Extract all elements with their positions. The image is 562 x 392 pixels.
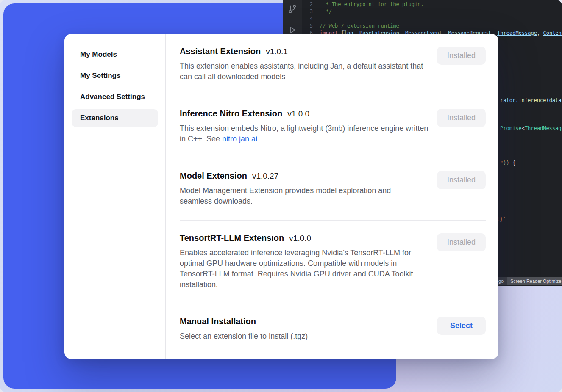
code-token: rator. bbox=[500, 97, 518, 103]
extension-version: v1.0.0 bbox=[287, 109, 309, 118]
extension-title: Inference Nitro Extension bbox=[180, 109, 282, 118]
code-token: // Web / extension runtime bbox=[320, 23, 399, 29]
code-token: ( bbox=[546, 97, 549, 103]
code-token: ThreadMessage bbox=[525, 125, 562, 131]
code-token: inference bbox=[518, 97, 546, 103]
code-line: 3 */ bbox=[302, 8, 562, 15]
line-number: 3 bbox=[302, 8, 320, 15]
installed-button-inference-nitro-extension[interactable]: Installed bbox=[437, 109, 486, 127]
installed-button-model-extension[interactable]: Installed bbox=[437, 171, 486, 189]
extension-title-row: TensortRT-LLM Extensionv1.0.0 bbox=[180, 233, 430, 243]
extension-text: Model Extensionv1.0.27Model Management E… bbox=[180, 171, 411, 207]
code-fragment: Promise<ThreadMessage> bbox=[500, 125, 562, 131]
code-fragment: ")) { bbox=[500, 160, 515, 166]
nitro-jan-ai-link[interactable]: nitro.jan.ai. bbox=[222, 135, 259, 143]
extension-title: Assistant Extension bbox=[180, 47, 261, 56]
line-number: 5 bbox=[302, 22, 320, 30]
description-text: This extension embeds Nitro, a lightweig… bbox=[180, 124, 428, 143]
installed-button-tensorrt-llm-extension[interactable]: Installed bbox=[437, 233, 486, 251]
code-text: // Web / extension runtime bbox=[320, 22, 399, 30]
extension-text: Manual InstallationSelect an extension f… bbox=[180, 317, 308, 342]
extension-description: This extension embeds Nitro, a lightweig… bbox=[180, 123, 430, 144]
extension-version: v1.0.27 bbox=[252, 171, 278, 180]
settings-modal: My ModelsMy SettingsAdvanced SettingsExt… bbox=[64, 34, 498, 359]
code-token: , bbox=[537, 30, 543, 36]
code-fragment: rator.inference(data)); bbox=[500, 97, 562, 103]
code-token: { bbox=[509, 160, 515, 166]
code-token: ContentType bbox=[543, 30, 562, 36]
code-token: data bbox=[549, 97, 562, 103]
screenshot-root: 2 * The entrypoint for the plugin.3 */45… bbox=[0, 0, 562, 392]
code-line: 5// Web / extension runtime bbox=[302, 22, 562, 30]
run-debug-icon[interactable] bbox=[288, 25, 297, 35]
extension-title-row: Inference Nitro Extensionv1.0.0 bbox=[180, 109, 430, 119]
extension-title: Model Extension bbox=[180, 171, 247, 180]
extension-section-model-extension: Model Extensionv1.0.27Model Management E… bbox=[180, 158, 486, 221]
code-token: < bbox=[522, 125, 525, 131]
source-control-icon[interactable] bbox=[288, 4, 297, 14]
code-token: * The entrypoint for the plugin. bbox=[320, 1, 424, 7]
description-text: Select an extension file to install (.tg… bbox=[180, 332, 308, 340]
code-line: 2 * The entrypoint for the plugin. bbox=[302, 1, 562, 8]
extension-description: Enables accelerated inference leveraging… bbox=[180, 248, 430, 290]
extension-text: Inference Nitro Extensionv1.0.0This exte… bbox=[180, 109, 430, 144]
extension-list: Assistant Extensionv1.0.1This extension … bbox=[166, 34, 498, 359]
code-token: ")) bbox=[500, 160, 509, 166]
extension-version: v1.0.1 bbox=[266, 47, 288, 56]
sidebar-item-extensions[interactable]: Extensions bbox=[72, 109, 158, 127]
extension-description: This extension enables assistants, inclu… bbox=[180, 61, 430, 82]
description-text: This extension enables assistants, inclu… bbox=[180, 62, 423, 81]
code-line: 4 bbox=[302, 15, 562, 22]
line-number: 2 bbox=[302, 1, 320, 8]
select-button-manual-installation[interactable]: Select bbox=[437, 317, 486, 335]
description-text: Model Management Extension provides mode… bbox=[180, 186, 391, 205]
extension-description: Model Management Extension provides mode… bbox=[180, 185, 411, 207]
code-token: */ bbox=[320, 8, 332, 14]
extension-title: Manual Installation bbox=[180, 317, 256, 326]
extension-title: TensortRT-LLM Extension bbox=[180, 233, 284, 243]
description-text: Enables accelerated inference leveraging… bbox=[180, 248, 413, 289]
code-text: * The entrypoint for the plugin. bbox=[320, 1, 424, 8]
code-token: ThreadMessage bbox=[497, 30, 537, 36]
installed-button-assistant-extension[interactable]: Installed bbox=[437, 47, 486, 65]
extension-title-row: Manual Installation bbox=[180, 317, 308, 326]
status-bar-item-screen-reader[interactable]: Screen Reader Optimize bbox=[507, 277, 562, 285]
extension-version: v1.0.0 bbox=[289, 234, 311, 243]
extension-title-row: Assistant Extensionv1.0.1 bbox=[180, 47, 430, 56]
extension-description: Select an extension file to install (.tg… bbox=[180, 331, 308, 342]
extension-text: Assistant Extensionv1.0.1This extension … bbox=[180, 47, 430, 82]
extension-section-tensorrt-llm-extension: TensortRT-LLM Extensionv1.0.0Enables acc… bbox=[180, 221, 486, 304]
extension-section-inference-nitro-extension: Inference Nitro Extensionv1.0.0This exte… bbox=[180, 96, 486, 158]
sidebar-item-advanced-settings[interactable]: Advanced Settings bbox=[72, 88, 158, 106]
sidebar-nav: My ModelsMy SettingsAdvanced SettingsExt… bbox=[64, 34, 166, 359]
extension-section-assistant-extension: Assistant Extensionv1.0.1This extension … bbox=[180, 34, 486, 96]
extension-section-manual-installation: Manual InstallationSelect an extension f… bbox=[180, 304, 486, 355]
extension-title-row: Model Extensionv1.0.27 bbox=[180, 171, 411, 181]
code-lines: 2 * The entrypoint for the plugin.3 */45… bbox=[302, 1, 562, 37]
extension-text: TensortRT-LLM Extensionv1.0.0Enables acc… bbox=[180, 233, 430, 290]
sidebar-item-my-settings[interactable]: My Settings bbox=[72, 67, 158, 85]
code-token: Promise bbox=[500, 125, 522, 131]
sidebar-item-my-models[interactable]: My Models bbox=[72, 46, 158, 63]
line-number: 4 bbox=[302, 15, 320, 22]
code-text: */ bbox=[320, 8, 332, 15]
